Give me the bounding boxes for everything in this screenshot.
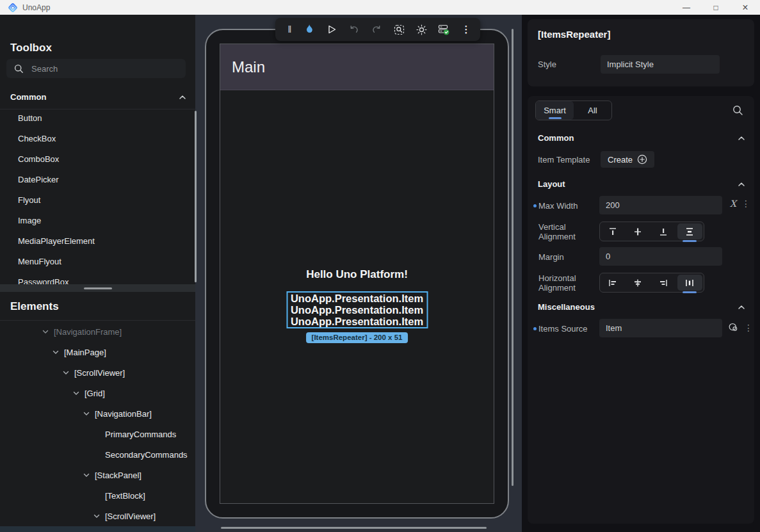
toolbox-item-datepicker[interactable]: DatePicker: [0, 170, 195, 190]
halign-center-button[interactable]: [626, 273, 651, 292]
tree-item-scrollviewer-2[interactable]: [ScrollViewer]: [0, 506, 195, 526]
chevron-down-icon[interactable]: [61, 371, 70, 375]
toolbox-item-button[interactable]: Button: [0, 108, 195, 129]
more-options-kebab-icon[interactable]: ⋮: [741, 198, 750, 209]
style-input[interactable]: [601, 55, 720, 74]
element-inspector-icon[interactable]: [393, 24, 405, 35]
chevron-down-icon[interactable]: [92, 514, 101, 519]
section-layout[interactable]: Layout: [538, 179, 745, 189]
tab-smart[interactable]: Smart: [536, 101, 574, 120]
toolbox-section-common[interactable]: Common: [10, 92, 186, 102]
chevron-down-icon[interactable]: [51, 350, 60, 355]
valign-top-button[interactable]: [600, 222, 626, 241]
tree-item-textblock[interactable]: [TextBlock]: [0, 485, 195, 506]
tree-item-navigationbar[interactable]: [NavigationBar]: [0, 403, 195, 424]
search-input[interactable]: [31, 64, 178, 74]
properties-panel: [ItemsRepeater] Style Smart All Common I…: [522, 15, 760, 532]
undo-button[interactable]: [348, 24, 360, 35]
selected-indicator: [683, 240, 697, 242]
toolbox-item-combobox[interactable]: ComboBox: [0, 149, 195, 170]
tree-item-mainpage[interactable]: [MainPage]: [0, 342, 195, 362]
toolbox-item-menuflyout[interactable]: MenuFlyout: [0, 252, 195, 272]
valign-stretch-button[interactable]: [677, 223, 703, 239]
toolbox-search[interactable]: [6, 59, 186, 78]
section-miscellaneous[interactable]: Miscellaneous: [538, 302, 745, 312]
valign-bottom-button[interactable]: [651, 222, 676, 241]
toolbox-item-flyout[interactable]: Flyout: [0, 190, 195, 211]
canvas-vertical-scrollbar[interactable]: [512, 29, 513, 486]
chevron-up-icon[interactable]: [738, 305, 745, 310]
server-status-check-icon[interactable]: [438, 24, 449, 35]
tab-all[interactable]: All: [574, 101, 611, 120]
app-navigationbar[interactable]: Main: [220, 44, 494, 90]
chevron-down-icon[interactable]: [72, 391, 81, 396]
chevron-down-icon[interactable]: [82, 412, 91, 416]
toolbox-title: Toolbox: [10, 42, 52, 54]
repeater-item[interactable]: UnoApp.Presentation.Item: [291, 316, 423, 327]
tree-item-primarycommands[interactable]: PrimaryCommands: [0, 424, 195, 444]
chevron-down-icon[interactable]: [41, 330, 50, 334]
design-canvas[interactable]: ‖: [195, 15, 522, 532]
halign-right-button[interactable]: [651, 273, 676, 292]
page-title: Main: [232, 58, 265, 76]
tree-item-itemsrepeater[interactable]: [ItemsRepeater]: [0, 526, 195, 532]
selected-indicator: [683, 291, 697, 293]
tree-item-stackpanel[interactable]: [StackPanel]: [0, 465, 195, 485]
search-icon: [14, 64, 24, 74]
hello-textblock[interactable]: Hello Uno Platform!: [220, 268, 494, 281]
section-common[interactable]: Common: [538, 133, 745, 143]
items-source-label: Items Source: [538, 324, 588, 334]
tree-item-navigationframe[interactable]: [NavigationFrame]: [0, 321, 195, 342]
canvas-horizontal-scrollbar[interactable]: [221, 527, 487, 529]
tree-item-scrollviewer[interactable]: [ScrollViewer]: [0, 362, 195, 383]
toolbox-item-image[interactable]: Image: [0, 211, 195, 231]
toolbox-scrollbar[interactable]: [195, 111, 197, 282]
tree-item-grid[interactable]: [Grid]: [0, 383, 195, 403]
item-template-label: Item Template: [538, 155, 590, 165]
toolbox-item-list: Button CheckBox ComboBox DatePicker Flyo…: [0, 108, 195, 293]
more-options-kebab-icon[interactable]: ⋮: [460, 24, 472, 35]
repeater-item[interactable]: UnoApp.Presentation.Item: [291, 293, 423, 304]
selection-size-badge: [ItemsRepeater] - 200 x 51: [306, 332, 408, 343]
chevron-down-icon[interactable]: [82, 473, 91, 478]
element-tree: [NavigationFrame] [MainPage] [ScrollView…: [0, 321, 195, 532]
toolbar-drag-handle[interactable]: ‖: [284, 24, 295, 35]
hot-reload-flame-icon[interactable]: [303, 24, 315, 35]
properties-search-icon[interactable]: [732, 105, 743, 116]
toolbox-item-mediaplayerelement[interactable]: MediaPlayerElement: [0, 231, 195, 252]
max-width-input[interactable]: [599, 196, 722, 214]
minimize-button[interactable]: —: [672, 0, 701, 15]
play-button[interactable]: [326, 24, 337, 35]
properties-card: Smart All Common Item Template Create La…: [528, 96, 754, 524]
chevron-up-icon[interactable]: [738, 136, 745, 141]
device-screen[interactable]: Main Hello Uno Platform! UnoApp.Presenta…: [220, 44, 494, 504]
redo-button[interactable]: [371, 24, 382, 35]
splitter-grip-icon: [84, 287, 112, 289]
toolbox-item-checkbox[interactable]: CheckBox: [0, 129, 195, 149]
repeater-item[interactable]: UnoApp.Presentation.Item: [291, 304, 423, 316]
margin-input[interactable]: [599, 247, 722, 266]
designer-toolbar: ‖: [275, 18, 480, 41]
itemsrepeater-selection[interactable]: UnoApp.Presentation.Item UnoApp.Presenta…: [286, 291, 428, 328]
selected-element-title: [ItemsRepeater]: [538, 29, 610, 40]
create-template-button[interactable]: Create: [601, 151, 654, 168]
theme-toggle-sun-icon[interactable]: [416, 24, 427, 35]
close-button[interactable]: ×: [731, 0, 760, 15]
halign-left-button[interactable]: [600, 273, 626, 292]
chevron-up-icon[interactable]: [179, 95, 186, 100]
items-source-input[interactable]: [599, 319, 722, 337]
chevron-up-icon[interactable]: [738, 182, 745, 187]
maximize-button[interactable]: □: [701, 0, 731, 15]
valign-center-button[interactable]: [626, 222, 651, 241]
panel-splitter[interactable]: [0, 284, 195, 292]
halign-stretch-button[interactable]: [677, 275, 703, 291]
binding-x-icon[interactable]: X: [730, 198, 736, 209]
data-binding-link-icon[interactable]: [728, 322, 739, 333]
modified-dot: [533, 204, 537, 207]
horizontal-alignment-label: Horizontal Alignment: [538, 273, 576, 293]
tree-item-secondarycommands[interactable]: SecondaryCommands: [0, 444, 195, 465]
uno-logo-icon: [8, 3, 18, 13]
more-options-kebab-icon[interactable]: ⋮: [744, 323, 753, 333]
modified-dot: [533, 327, 537, 330]
vertical-alignment-label: Vertical Alignment: [538, 222, 576, 241]
